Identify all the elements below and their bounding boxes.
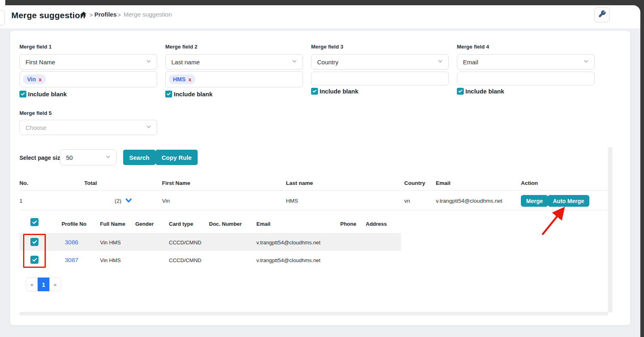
- table-divider: [19, 210, 608, 210]
- merge-field-2-tag-input[interactable]: HMS x: [165, 71, 303, 87]
- cell-country: vn: [404, 198, 410, 204]
- include-blank-label: Include blank: [28, 91, 67, 97]
- annotation-arrow: [537, 205, 573, 243]
- col-email: Email: [436, 180, 450, 186]
- app-header: Merge suggestion > Profiles > Merge sugg…: [0, 5, 640, 28]
- merge-field-5-label: Merge field 5: [19, 110, 51, 116]
- pagination-prev[interactable]: «: [26, 278, 38, 291]
- cell-card-type: CCCD/CMND: [169, 240, 201, 246]
- wrench-icon: [598, 10, 606, 19]
- profile-link[interactable]: 3086: [65, 239, 78, 246]
- merge-suggestion-screen: Merge suggestion > Profiles > Merge sugg…: [0, 0, 644, 337]
- vertical-scrollbar[interactable]: [608, 147, 612, 312]
- include-blank-label: Include blank: [320, 88, 358, 95]
- cell-full-name: Vin HMS: [100, 257, 121, 263]
- breadcrumb-current: Merge suggestion: [124, 11, 172, 18]
- col-no: No.: [19, 180, 28, 186]
- merge-field-2-select[interactable]: Last name: [165, 54, 303, 70]
- chevron-down-icon: [583, 58, 589, 66]
- frame-corner: [0, 0, 5, 5]
- expand-chevron-icon[interactable]: [125, 197, 132, 206]
- merge-field-1-tag-input[interactable]: Vin x: [19, 71, 157, 87]
- subcol-address: Address: [366, 221, 387, 227]
- chevron-down-icon: [291, 58, 298, 66]
- breadcrumb-separator: >: [90, 12, 93, 18]
- subcol-profile-no: Profile No: [62, 221, 86, 227]
- chevron-down-icon: [145, 58, 152, 66]
- breadcrumb-separator: >: [117, 12, 121, 18]
- copy-rule-button[interactable]: Copy Rule: [156, 150, 198, 165]
- subcol-doc-number: Doc. Number: [209, 221, 242, 227]
- merge-field-1-label: Merge field 1: [19, 44, 51, 50]
- breadcrumb-profiles[interactable]: Profiles: [94, 11, 117, 18]
- home-icon[interactable]: [80, 11, 87, 19]
- merge-field-4-value-input[interactable]: [457, 72, 595, 85]
- include-blank-checkbox[interactable]: [19, 91, 26, 97]
- cell-total: (2): [115, 198, 122, 204]
- include-blank-label: Include blank: [465, 88, 504, 95]
- merge-field-5-placeholder: Choose: [26, 124, 47, 131]
- subcol-full-name: Full Name: [100, 221, 125, 227]
- merge-field-4-value: Email: [463, 59, 478, 66]
- pagination-next[interactable]: »: [49, 278, 61, 291]
- cell-no: 1: [19, 198, 23, 204]
- profile-link[interactable]: 3087: [65, 256, 78, 263]
- tag-label: HMS: [173, 76, 186, 83]
- subcol-phone: Phone: [340, 221, 356, 227]
- tag-remove-icon[interactable]: x: [188, 76, 191, 83]
- merge-suggestion-card: Merge field 1 First Name Vin x Include b…: [10, 31, 630, 325]
- sidebar-toggle-handle[interactable]: [0, 10, 5, 25]
- tag-vin: Vin x: [23, 74, 46, 84]
- pagination: « 1 »: [26, 278, 61, 291]
- app-viewport: Merge suggestion > Profiles > Merge sugg…: [0, 5, 640, 337]
- merge-field-3-value-input[interactable]: [311, 72, 449, 85]
- row-checkbox[interactable]: [30, 238, 38, 246]
- include-blank-label: Include blank: [174, 91, 213, 97]
- merge-field-2-value: Last name: [171, 59, 200, 66]
- merge-field-4-select[interactable]: Email: [457, 54, 595, 70]
- merge-field-3-include-blank: Include blank: [311, 88, 358, 95]
- chevron-down-icon: [437, 58, 444, 66]
- merge-field-1-include-blank: Include blank: [19, 91, 67, 97]
- page-size-select[interactable]: 50: [60, 149, 117, 165]
- col-first-name: First Name: [162, 180, 190, 186]
- chevron-down-icon: [145, 124, 152, 131]
- pagination-page-1[interactable]: 1: [38, 278, 49, 291]
- merge-field-3-select[interactable]: Country: [311, 54, 449, 70]
- cell-full-name: Vin HMS: [100, 240, 121, 246]
- include-blank-checkbox[interactable]: [457, 88, 464, 95]
- col-last-name: Last name: [286, 180, 313, 186]
- tag-hms: HMS x: [169, 74, 195, 84]
- merge-field-4-include-blank: Include blank: [457, 88, 504, 95]
- page-size-value: 50: [66, 154, 73, 161]
- cell-email: v.trangptt54@cloudhms.net: [436, 198, 502, 204]
- cell-last-name: HMS: [286, 198, 298, 204]
- include-blank-checkbox[interactable]: [311, 88, 318, 95]
- merge-field-3-value: Country: [317, 59, 339, 66]
- horizontal-scrollbar[interactable]: [19, 312, 608, 316]
- col-country: Country: [404, 180, 425, 186]
- tag-remove-icon[interactable]: x: [39, 76, 42, 83]
- cell-email: v.trangptt54@cloudhms.net: [256, 240, 320, 246]
- settings-button[interactable]: [594, 7, 610, 22]
- cell-email: v.trangptt54@cloudhms.net: [256, 257, 320, 263]
- subcol-card-type: Card type: [169, 221, 193, 227]
- merge-field-3-label: Merge field 3: [311, 44, 343, 50]
- col-total: Total: [84, 180, 97, 186]
- tag-label: Vin: [27, 76, 36, 83]
- merge-field-2-include-blank: Include blank: [165, 91, 213, 97]
- table-divider: [19, 190, 608, 191]
- merge-field-5-select[interactable]: Choose: [19, 120, 157, 135]
- cell-card-type: CCCD/CMND: [169, 257, 201, 263]
- include-blank-checkbox[interactable]: [165, 91, 172, 97]
- subcol-gender: Gender: [135, 221, 154, 227]
- search-button[interactable]: Search: [123, 150, 156, 165]
- page-title: Merge suggestion: [11, 11, 85, 20]
- select-all-checkbox[interactable]: [30, 218, 38, 226]
- col-action: Action: [521, 180, 538, 186]
- merge-field-1-value: First Name: [26, 59, 55, 66]
- row-checkbox[interactable]: [30, 256, 38, 264]
- subcol-email: Email: [256, 221, 271, 227]
- page-size-label: Select page size:: [19, 155, 65, 161]
- merge-field-1-select[interactable]: First Name: [19, 54, 157, 70]
